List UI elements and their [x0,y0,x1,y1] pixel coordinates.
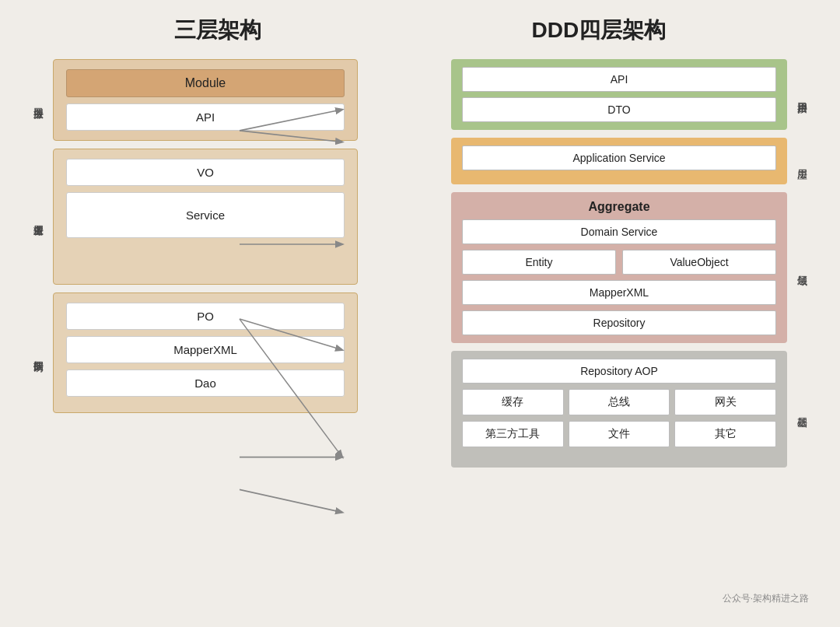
right-app-content: Application Service [451,138,787,184]
left-data-content: PO MapperXML Dao [53,292,358,413]
po-box: PO [66,303,345,330]
left-logic-layer: 业务逻辑层 VO Service [23,149,358,285]
right-app-label: 应用层 [787,138,817,184]
left-mapperxml-box: MapperXML [66,336,345,363]
infra-row2: 第三方工具 文件 其它 [462,421,776,447]
left-data-label: 数据访问层 [23,292,53,413]
dto-box: DTO [462,97,776,122]
right-app-layer: Application Service 应用层 [451,138,817,184]
infra-row1: 缓存 总线 网关 [462,389,776,415]
left-interface-content: Module API [53,59,358,141]
aggregate-title: Aggregate [462,200,776,214]
watermark: 公众号·架构精进之路 [723,592,809,605]
left-architecture: 业务接口层 Module API 业务逻辑层 VO Service 数据访问层 … [23,59,358,611]
bus-box: 总线 [569,389,670,415]
right-interface-content: API DTO [451,59,787,130]
titles-row: 三层架构 DDD四层架构 [23,16,817,45]
right-domain-content: Aggregate Domain Service Entity ValueObj… [451,192,787,343]
right-interface-layer: API DTO 用户接口层 [451,59,817,130]
other-box: 其它 [674,421,776,447]
right-title: DDD四层架构 [531,16,666,45]
right-mapperxml-box: MapperXML [462,280,776,305]
dao-box: Dao [66,370,345,397]
left-data-layer: 数据访问层 PO MapperXML Dao [23,292,358,413]
right-infra-content: Repository AOP 缓存 总线 网关 第三方工具 文件 其它 [451,351,787,468]
right-domain-layer: Aggregate Domain Service Entity ValueObj… [451,192,817,343]
tools-box: 第三方工具 [462,421,564,447]
repository-aop-box: Repository AOP [462,359,776,384]
left-title: 三层架构 [174,16,261,45]
value-object-box: ValueObject [622,250,776,275]
right-infra-label: 基础层 [787,351,817,468]
service-box: Service [66,192,345,238]
right-infra-layer: Repository AOP 缓存 总线 网关 第三方工具 文件 其它 基础层 [451,351,817,468]
left-interface-layer: 业务接口层 Module API [23,59,358,141]
left-logic-content: VO Service [53,149,358,285]
entity-box: Entity [462,250,616,275]
right-domain-label: 领域层 [787,192,817,343]
repository-box: Repository [462,310,776,335]
vo-box: VO [66,159,345,186]
main-container: 三层架构 DDD四层架构 [0,0,840,627]
left-interface-label: 业务接口层 [23,59,53,141]
entity-vo-row: Entity ValueObject [462,250,776,275]
right-interface-label: 用户接口层 [787,59,817,130]
module-box: Module [66,69,345,97]
app-service-box: Application Service [462,145,776,170]
arrow-spacer [358,59,443,611]
diagram-wrapper: 业务接口层 Module API 业务逻辑层 VO Service 数据访问层 … [23,59,817,611]
cache-box: 缓存 [462,389,564,415]
domain-service-box: Domain Service [462,219,776,244]
file-box: 文件 [569,421,670,447]
right-api-box: API [462,67,776,92]
left-api-box: API [66,103,345,131]
right-architecture: API DTO 用户接口层 Application Service 应用层 Ag… [443,59,817,611]
left-logic-label: 业务逻辑层 [23,149,53,285]
gateway-box: 网关 [674,389,776,415]
